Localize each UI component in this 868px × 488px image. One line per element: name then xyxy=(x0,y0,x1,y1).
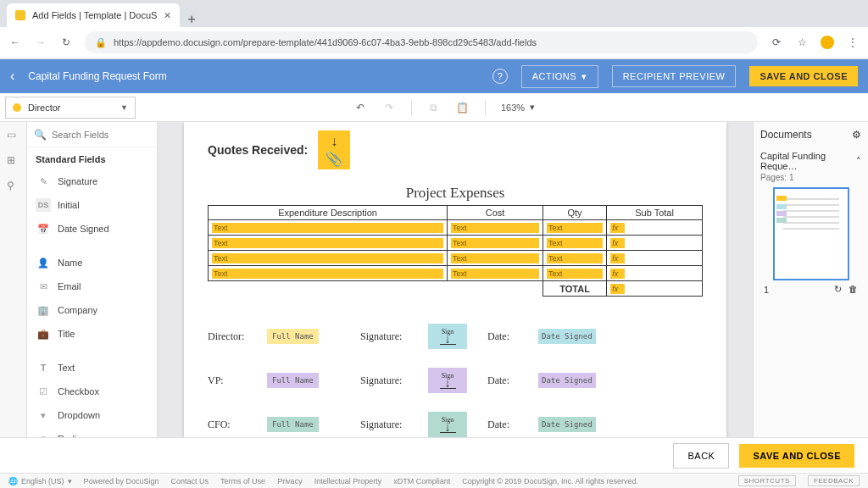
actions-dropdown[interactable]: ACTIONS▾ xyxy=(521,65,598,88)
role-label: Director: xyxy=(208,330,267,343)
field-text[interactable]: TText xyxy=(27,356,157,380)
language-selector[interactable]: 🌐 English (US) ▾ xyxy=(8,477,72,485)
date-field-tag[interactable]: Date Signed xyxy=(538,417,596,432)
delete-page-icon[interactable]: 🗑 xyxy=(849,284,858,295)
rotate-page-icon[interactable]: ↻ xyxy=(834,284,842,295)
formula-field-tag[interactable]: fx xyxy=(610,269,625,279)
field-company[interactable]: 🏢Company xyxy=(27,298,157,322)
calendar-icon: 📅 xyxy=(36,222,51,236)
field-email[interactable]: ✉Email xyxy=(27,274,157,298)
canvas[interactable]: Quotes Received: ↓ 📎 Project Expenses Ex… xyxy=(158,122,753,478)
col-header: Qty xyxy=(542,206,606,220)
field-date-signed[interactable]: 📅Date Signed xyxy=(27,217,157,241)
formula-field-tag[interactable]: fx xyxy=(610,253,625,263)
signature-grid: Director: Full Name Signature: Sign↓ Dat… xyxy=(208,324,703,437)
signature-field-tag[interactable]: Sign↓ xyxy=(428,412,467,437)
footer-link[interactable]: Intellectual Property xyxy=(314,477,382,485)
app-header: ‹ Capital Funding Request Form ? ACTIONS… xyxy=(0,59,868,93)
forward-icon: → xyxy=(34,36,47,48)
field-initial[interactable]: DSInitial xyxy=(27,193,157,217)
back-chevron-icon[interactable]: ‹ xyxy=(10,69,14,84)
recipient-preview-button[interactable]: RECIPIENT PREVIEW xyxy=(612,65,737,87)
sync-icon[interactable]: ⟳ xyxy=(770,36,783,48)
field-name[interactable]: 👤Name xyxy=(27,251,157,274)
main-area: ▭ ⊞ ⚲ 🔍 × Standard Fields ✎Signature DSI… xyxy=(0,122,868,478)
find-rail-icon[interactable]: ⚲ xyxy=(7,180,20,193)
footer-link[interactable]: xDTM Compliant xyxy=(393,477,450,485)
url-bar[interactable]: 🔒 https://appdemo.docusign.com/prepare-t… xyxy=(85,31,758,53)
star-icon[interactable]: ☆ xyxy=(795,36,809,48)
left-rail: ▭ ⊞ ⚲ xyxy=(0,122,27,478)
custom-rail-icon[interactable]: ⊞ xyxy=(7,154,20,168)
text-field-tag[interactable]: Text xyxy=(212,253,443,263)
save-and-close-button[interactable]: SAVE AND CLOSE xyxy=(749,66,858,86)
text-field-tag[interactable]: Text xyxy=(547,238,603,248)
signature-field-tag[interactable]: Sign↓ xyxy=(428,324,467,349)
caret-down-icon: ▾ xyxy=(581,71,587,82)
zoom-dropdown[interactable]: 163%▾ xyxy=(501,102,535,113)
fields-rail-icon[interactable]: ▭ xyxy=(7,129,20,142)
formula-field-tag[interactable]: fx xyxy=(610,223,625,233)
page-thumbnail[interactable] xyxy=(773,187,849,280)
text-field-tag[interactable]: Text xyxy=(451,269,539,279)
gear-icon[interactable]: ⚙ xyxy=(852,129,861,141)
menu-icon[interactable]: ⋮ xyxy=(846,36,860,48)
browser-tab[interactable]: Add Fields | Template | DocuS × xyxy=(7,3,180,27)
attachment-field-tag[interactable]: ↓ 📎 xyxy=(318,130,350,169)
shortcuts-button[interactable]: SHORTCUTS xyxy=(738,475,796,486)
text-field-tag[interactable]: Text xyxy=(547,269,603,279)
text-field-tag[interactable]: Text xyxy=(451,238,539,248)
date-field-tag[interactable]: Date Signed xyxy=(538,373,596,388)
fields-section-header: Standard Fields xyxy=(27,147,157,169)
search-input[interactable] xyxy=(52,130,158,140)
name-field-tag[interactable]: Full Name xyxy=(267,417,319,432)
tab-bar: Add Fields | Template | DocuS × + xyxy=(0,0,868,27)
text-field-tag[interactable]: Text xyxy=(212,269,443,279)
undo-icon[interactable]: ↶ xyxy=(353,101,367,114)
formula-field-tag[interactable]: fx xyxy=(610,238,625,248)
back-button[interactable]: BACK xyxy=(673,443,729,469)
pages-label: Pages: 1 xyxy=(760,173,861,182)
table-row: Text Text Text fx xyxy=(209,236,703,251)
documents-panel: Documents ⚙ Capital Funding Reque… ˄ Pag… xyxy=(753,122,868,478)
reload-icon[interactable]: ↻ xyxy=(59,36,73,48)
field-signature[interactable]: ✎Signature xyxy=(27,169,157,193)
back-icon[interactable]: ← xyxy=(8,36,22,48)
paste-icon[interactable]: 📋 xyxy=(456,101,470,114)
toolbar: Director ▼ ↶ ↷ ⧉ 📋 163%▾ xyxy=(0,93,868,122)
field-checkbox[interactable]: ☑Checkbox xyxy=(27,380,157,403)
footer-link[interactable]: Contact Us xyxy=(171,477,209,485)
separator xyxy=(485,100,486,115)
text-field-tag[interactable]: Text xyxy=(547,223,603,233)
footer-link[interactable]: Privacy xyxy=(277,477,303,485)
text-field-tag[interactable]: Text xyxy=(451,253,539,263)
footer-link[interactable]: Terms of Use xyxy=(220,477,265,485)
favicon xyxy=(15,10,25,20)
date-field-tag[interactable]: Date Signed xyxy=(538,329,596,344)
recipient-color-dot xyxy=(13,103,21,112)
date-label: Date: xyxy=(487,419,538,431)
document-page: Quotes Received: ↓ 📎 Project Expenses Ex… xyxy=(184,122,726,478)
table-row: Text Text Text fx xyxy=(209,251,703,266)
recipient-selector[interactable]: Director ▼ xyxy=(5,97,136,119)
save-and-close-button-bottom[interactable]: SAVE AND CLOSE xyxy=(739,444,854,468)
url-text: https://appdemo.docusign.com/prepare-tem… xyxy=(114,37,537,47)
feedback-button[interactable]: FEEDBACK xyxy=(808,475,860,486)
name-field-tag[interactable]: Full Name xyxy=(267,373,319,388)
name-field-tag[interactable]: Full Name xyxy=(267,329,319,344)
field-dropdown[interactable]: ▾Dropdown xyxy=(27,403,157,427)
signature-field-tag[interactable]: Sign↓ xyxy=(428,368,467,393)
footer: 🌐 English (US) ▾ Powered by DocuSign Con… xyxy=(0,473,868,488)
help-icon[interactable]: ? xyxy=(492,69,508,84)
document-item[interactable]: Capital Funding Reque… ˄ xyxy=(760,151,861,171)
text-field-tag[interactable]: Text xyxy=(451,223,539,233)
text-field-tag[interactable]: Text xyxy=(212,238,443,248)
text-field-tag[interactable]: Text xyxy=(212,223,443,233)
profile-avatar[interactable] xyxy=(821,36,834,49)
new-tab-button[interactable]: + xyxy=(180,12,204,27)
recipient-name: Director xyxy=(28,103,61,113)
formula-field-tag[interactable]: fx xyxy=(610,284,625,294)
close-tab-icon[interactable]: × xyxy=(164,8,170,22)
text-field-tag[interactable]: Text xyxy=(547,253,603,263)
field-title[interactable]: 💼Title xyxy=(27,322,157,346)
